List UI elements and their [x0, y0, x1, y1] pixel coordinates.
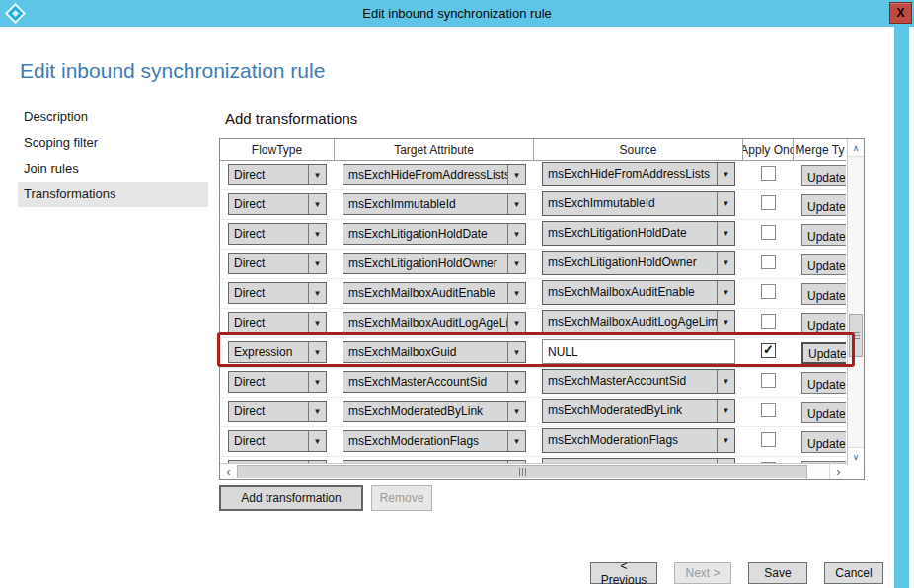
apply-once-checkbox[interactable]: [761, 166, 776, 181]
target-attribute-dropdown[interactable]: msExchModerationFlags ▼: [343, 430, 526, 452]
source-dropdown[interactable]: msExchMailboxAuditEnable ▼: [542, 280, 735, 305]
source-dropdown[interactable]: msExchImmutableId ▼: [542, 191, 735, 216]
flowtype-dropdown[interactable]: Direct ▼: [228, 371, 327, 393]
target-attribute-dropdown[interactable]: msExchHideFromAddressLists ▼: [343, 164, 526, 185]
target-attribute-dropdown[interactable]: msExchMailboxGuid ▼: [343, 341, 526, 363]
merge-type-button[interactable]: Update: [801, 194, 846, 216]
save-button[interactable]: Save: [748, 562, 807, 584]
scroll-down-icon[interactable]: ∨: [848, 447, 864, 465]
source-expression-input[interactable]: [542, 339, 735, 364]
previous-button[interactable]: < Previous: [590, 562, 657, 584]
source-dropdown[interactable]: msExchMasterAccountSid ▼: [542, 369, 735, 394]
target-attribute-dropdown[interactable]: msExchMailboxAuditEnable ▼: [343, 282, 526, 304]
chevron-down-icon[interactable]: ▼: [717, 370, 734, 393]
sidebar-item-scoping-filter[interactable]: Scoping filter: [18, 130, 208, 156]
chevron-down-icon[interactable]: ▼: [507, 402, 525, 421]
next-button[interactable]: Next >: [674, 562, 731, 584]
flowtype-dropdown[interactable]: Direct ▼: [228, 253, 327, 274]
flowtype-dropdown[interactable]: Direct ▼: [228, 223, 327, 245]
merge-type-button[interactable]: Update: [801, 165, 846, 186]
target-attribute-dropdown[interactable]: msExchImmutableId ▼: [343, 193, 526, 215]
merge-type-button[interactable]: Update: [801, 342, 846, 364]
scroll-right-icon[interactable]: ›: [829, 464, 847, 479]
merge-type-button[interactable]: Update: [801, 283, 846, 305]
merge-type-button[interactable]: Update: [801, 224, 846, 246]
flowtype-dropdown[interactable]: Direct ▼: [228, 282, 327, 304]
merge-type-button[interactable]: Update: [801, 402, 846, 423]
chevron-down-icon[interactable]: ▼: [507, 313, 525, 332]
merge-type-button[interactable]: Update: [801, 372, 846, 394]
target-attribute-dropdown[interactable]: msExchModeratedByLink ▼: [343, 401, 526, 422]
table-row: Direct ▼ msExchMailboxAuditLogAgeLimit ▼…: [220, 309, 846, 338]
horizontal-scrollbar[interactable]: ‹ ›: [220, 463, 847, 479]
chevron-down-icon[interactable]: ▼: [507, 254, 525, 273]
chevron-down-icon[interactable]: ▼: [308, 224, 326, 244]
flowtype-dropdown[interactable]: Direct ▼: [228, 401, 327, 422]
chevron-down-icon[interactable]: ▼: [507, 224, 525, 244]
apply-once-checkbox[interactable]: [761, 195, 776, 210]
flowtype-dropdown[interactable]: Expression ▼: [228, 341, 327, 363]
source-dropdown[interactable]: msExchModerationFlags ▼: [542, 428, 735, 453]
target-attribute-dropdown[interactable]: msExchLitigationHoldOwner ▼: [343, 253, 526, 274]
apply-once-checkbox[interactable]: [761, 403, 776, 417]
remove-button[interactable]: Remove: [371, 485, 432, 511]
apply-once-checkbox[interactable]: [761, 343, 776, 358]
chevron-down-icon[interactable]: ▼: [308, 283, 326, 303]
vertical-scrollbar[interactable]: ∧ ∨: [847, 139, 864, 465]
chevron-down-icon[interactable]: ▼: [717, 252, 734, 274]
flowtype-dropdown[interactable]: Direct ▼: [228, 193, 327, 215]
chevron-down-icon[interactable]: ▼: [308, 431, 326, 451]
chevron-down-icon[interactable]: ▼: [308, 165, 326, 184]
chevron-down-icon[interactable]: ▼: [507, 194, 525, 214]
chevron-down-icon[interactable]: ▼: [308, 402, 326, 421]
flowtype-dropdown[interactable]: Direct ▼: [228, 312, 327, 333]
source-dropdown[interactable]: msExchModeratedByLink ▼: [542, 399, 735, 423]
apply-once-checkbox[interactable]: [761, 255, 776, 269]
sidebar-item-transformations[interactable]: Transformations: [18, 182, 208, 207]
chevron-down-icon[interactable]: ▼: [507, 342, 525, 362]
source-dropdown[interactable]: msExchLitigationHoldOwner ▼: [542, 251, 735, 275]
target-attribute-dropdown[interactable]: msExchMasterAccountSid ▼: [343, 371, 526, 393]
target-attribute-dropdown[interactable]: msExchMailboxAuditLogAgeLimit ▼: [343, 312, 526, 333]
chevron-down-icon[interactable]: ▼: [717, 311, 734, 333]
chevron-down-icon[interactable]: ▼: [308, 313, 326, 332]
sidebar-item-description[interactable]: Description: [18, 105, 208, 130]
apply-once-checkbox[interactable]: [761, 373, 776, 388]
source-dropdown[interactable]: msExchMailboxAuditLogAgeLimit ▼: [542, 310, 735, 334]
scroll-left-icon[interactable]: ‹: [220, 464, 237, 479]
merge-type-button[interactable]: Update: [801, 431, 846, 453]
cancel-button[interactable]: Cancel: [824, 562, 883, 584]
chevron-down-icon[interactable]: ▼: [507, 372, 525, 392]
chevron-down-icon[interactable]: ▼: [717, 281, 734, 304]
chevron-down-icon[interactable]: ▼: [717, 163, 734, 185]
vertical-scrollbar-thumb[interactable]: [849, 314, 863, 357]
target-attribute-dropdown[interactable]: msExchLitigationHoldDate ▼: [343, 223, 526, 245]
chevron-down-icon[interactable]: ▼: [717, 400, 734, 422]
chevron-down-icon[interactable]: ▼: [717, 192, 734, 215]
chevron-down-icon[interactable]: ▼: [308, 194, 326, 214]
chevron-down-icon[interactable]: ▼: [308, 342, 326, 362]
chevron-down-icon[interactable]: ▼: [717, 429, 734, 452]
source-dropdown[interactable]: msExchHideFromAddressLists ▼: [542, 162, 735, 186]
apply-once-checkbox[interactable]: [761, 225, 776, 240]
apply-once-checkbox[interactable]: [761, 284, 776, 299]
apply-once-checkbox[interactable]: [761, 314, 776, 329]
flowtype-dropdown[interactable]: Direct ▼: [228, 430, 327, 452]
merge-type-button[interactable]: Update: [801, 313, 846, 334]
chevron-down-icon[interactable]: ▼: [308, 372, 326, 392]
table-row: Direct ▼ msExchMasterAccountSid ▼ msExch…: [220, 368, 846, 398]
flowtype-dropdown[interactable]: Direct ▼: [228, 164, 327, 185]
chevron-down-icon[interactable]: ▼: [717, 222, 734, 245]
scroll-up-icon[interactable]: ∧: [848, 139, 864, 157]
chevron-down-icon[interactable]: ▼: [507, 165, 525, 184]
chevron-down-icon[interactable]: ▼: [507, 283, 525, 303]
source-dropdown[interactable]: msExchLitigationHoldDate ▼: [542, 221, 735, 246]
chevron-down-icon[interactable]: ▼: [507, 431, 525, 451]
close-icon[interactable]: x: [889, 2, 912, 24]
chevron-down-icon[interactable]: ▼: [308, 254, 326, 273]
apply-once-checkbox[interactable]: [761, 432, 776, 447]
sidebar-item-join-rules[interactable]: Join rules: [18, 156, 208, 182]
merge-type-button[interactable]: Update: [801, 254, 846, 275]
horizontal-scrollbar-thumb[interactable]: [237, 465, 807, 478]
add-transformation-button[interactable]: Add transformation: [219, 485, 363, 511]
